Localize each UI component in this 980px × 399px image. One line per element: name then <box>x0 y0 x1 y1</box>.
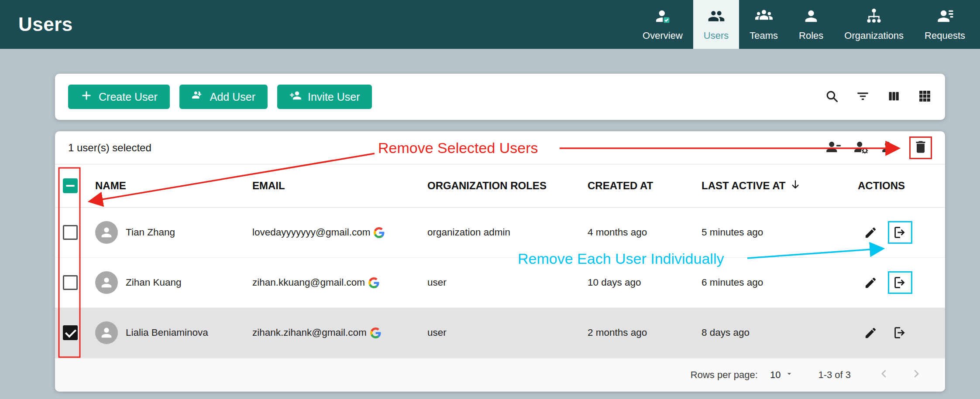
table-footer: Rows per page: 10 1-3 of 3 <box>55 358 945 392</box>
user-email-cell: lovedayyyyyyy@gmail.com <box>252 227 427 238</box>
nav-label-requests: Requests <box>925 30 965 41</box>
col-header-created-at[interactable]: CREATED AT <box>588 180 701 192</box>
col-header-org-roles[interactable]: ORGANIZATION ROLES <box>427 180 588 192</box>
table-header-row: NAME EMAIL ORGANIZATION ROLES CREATED AT… <box>55 164 945 208</box>
table-row-selected: Lialia Beniaminova zihank.zihank@gmail.c… <box>55 308 945 358</box>
nav-item-teams[interactable]: Teams <box>739 0 788 49</box>
row-actions-cell <box>858 221 945 244</box>
col-header-email[interactable]: EMAIL <box>252 180 427 192</box>
organization-icon <box>865 7 883 27</box>
add-user-label: Add User <box>210 91 255 103</box>
person-badge-icon <box>654 7 671 27</box>
delete-selected-users-annotation-box <box>909 136 932 159</box>
nav-item-overview[interactable]: Overview <box>632 0 693 49</box>
search-icon[interactable] <box>825 89 839 105</box>
row-checkbox[interactable] <box>63 225 78 240</box>
google-icon <box>374 227 385 238</box>
create-user-button[interactable]: Create User <box>68 85 170 109</box>
edit-user-icon[interactable] <box>864 226 877 239</box>
user-last-active: 8 days ago <box>701 327 858 338</box>
chevron-right-icon[interactable] <box>910 368 922 382</box>
col-header-last-active-label: LAST ACTIVE AT <box>701 180 785 192</box>
nav-label-roles: Roles <box>799 30 823 41</box>
group-add-icon <box>192 89 204 104</box>
trash-icon[interactable] <box>913 139 928 157</box>
users-table-card: 1 user(s) selected <box>55 131 945 392</box>
user-created-at: 2 months ago <box>588 327 701 338</box>
add-user-button[interactable]: Add User <box>179 85 268 109</box>
page-title: Users <box>18 14 73 35</box>
assign-role-badge-icon[interactable] <box>881 139 897 157</box>
pagination-range: 1-3 of 3 <box>818 369 851 381</box>
invite-user-button[interactable]: Invite User <box>277 85 372 109</box>
user-last-active: 5 minutes ago <box>701 227 858 238</box>
remove-user-annotation-box <box>888 221 912 244</box>
google-icon <box>368 277 379 288</box>
select-all-checkbox[interactable] <box>63 178 78 193</box>
person-role-icon <box>802 7 820 27</box>
nav-item-roles[interactable]: Roles <box>788 0 834 49</box>
people-group-icon <box>755 7 773 27</box>
remove-user-annotation-box <box>888 271 912 294</box>
user-name: Tian Zhang <box>126 227 175 238</box>
row-select-cell <box>55 275 86 290</box>
user-name-cell: Lialia Beniaminova <box>86 321 252 344</box>
chevron-left-icon[interactable] <box>878 368 890 382</box>
col-header-last-active[interactable]: LAST ACTIVE AT <box>701 179 858 193</box>
row-checkbox[interactable] <box>63 275 78 290</box>
row-actions-cell <box>858 271 945 294</box>
selection-bar: 1 user(s) selected <box>55 131 945 164</box>
invite-user-label: Invite User <box>308 91 360 103</box>
selection-actions <box>825 136 932 159</box>
rows-per-page-value: 10 <box>770 369 781 381</box>
user-name-cell: Tian Zhang <box>86 221 252 244</box>
user-org-roles: organization admin <box>427 227 588 238</box>
user-created-at: 4 months ago <box>588 227 701 238</box>
app-header: Users Overview Users Teams <box>0 0 980 49</box>
table-row: Tian Zhang lovedayyyyyyy@gmail.com organ… <box>55 208 945 258</box>
nav-item-requests[interactable]: Requests <box>914 0 976 49</box>
row-checkbox-checked[interactable] <box>63 325 78 340</box>
col-header-name[interactable]: NAME <box>86 180 252 192</box>
users-admin-page: Users Overview Users Teams <box>0 0 980 399</box>
user-org-roles: user <box>427 327 588 338</box>
google-icon <box>370 327 381 338</box>
select-all-cell <box>55 178 86 193</box>
manage-user-settings-icon[interactable] <box>853 139 869 157</box>
person-request-icon <box>936 7 954 27</box>
col-header-actions: ACTIONS <box>858 180 945 192</box>
avatar <box>95 321 118 344</box>
remove-user-icon[interactable] <box>893 325 908 340</box>
user-name: Zihan Kuang <box>126 277 182 288</box>
user-email-cell: zihank.zihank@gmail.com <box>252 327 427 338</box>
remove-user-icon[interactable] <box>893 225 908 240</box>
edit-user-icon[interactable] <box>864 326 877 340</box>
nav-label-organizations: Organizations <box>844 30 904 41</box>
user-last-active: 6 minutes ago <box>701 277 858 288</box>
nav-label-teams: Teams <box>750 30 778 41</box>
remove-user-from-team-icon[interactable] <box>825 139 841 157</box>
row-actions-cell <box>858 321 945 344</box>
remove-user-icon[interactable] <box>893 275 908 290</box>
view-column-icon[interactable] <box>887 89 901 105</box>
person-add-icon <box>289 89 302 104</box>
grid-view-icon[interactable] <box>918 89 932 105</box>
user-org-roles: user <box>427 277 588 288</box>
pager <box>878 368 922 382</box>
user-email: zihan.kkuang@gmail.com <box>252 277 365 288</box>
toolbar-card: Create User Add User Invite User <box>55 74 945 120</box>
nav-item-organizations[interactable]: Organizations <box>834 0 914 49</box>
rows-per-page-select[interactable]: 10 <box>770 369 794 381</box>
user-created-at: 10 days ago <box>588 277 701 288</box>
filter-icon[interactable] <box>856 89 870 105</box>
user-email: zihank.zihank@gmail.com <box>252 327 367 338</box>
nav-item-users[interactable]: Users <box>693 0 739 49</box>
nav-label-users: Users <box>704 30 729 41</box>
remove-user-box <box>888 321 912 344</box>
edit-user-icon[interactable] <box>864 276 877 290</box>
sort-desc-icon[interactable] <box>790 179 801 193</box>
selection-count-text: 1 user(s) selected <box>68 142 151 154</box>
top-nav: Overview Users Teams Roles <box>632 0 980 49</box>
row-select-cell <box>55 225 86 240</box>
user-email-cell: zihan.kkuang@gmail.com <box>252 277 427 288</box>
